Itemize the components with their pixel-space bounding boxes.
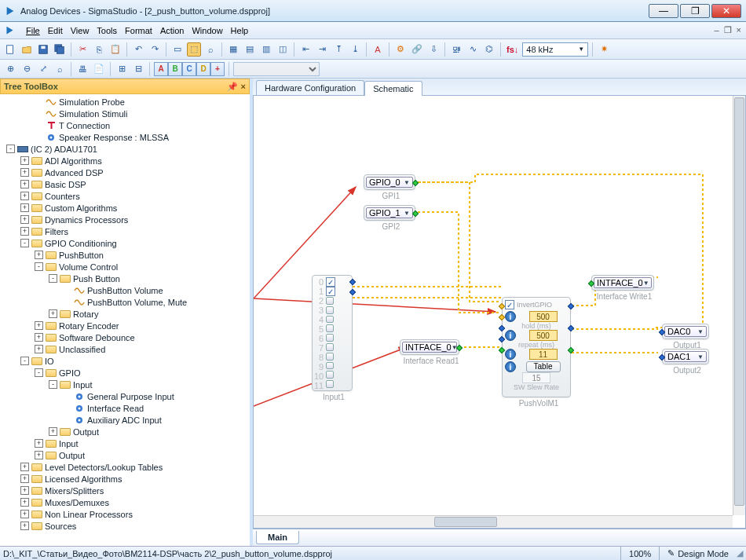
tag-c-button[interactable]: C (182, 62, 196, 76)
tree-node[interactable]: +Custom Algorithms (0, 202, 250, 214)
block-output2[interactable]: DAC1▼ Output2 (662, 349, 709, 364)
expand-toggle[interactable]: - (6, 145, 15, 153)
menu-item-view[interactable]: View (71, 26, 90, 35)
tree-node[interactable]: -Volume Control (0, 261, 250, 273)
expand-toggle[interactable]: + (20, 180, 29, 188)
pin-icon[interactable]: 📌 (227, 82, 238, 92)
hold-info-button[interactable]: i (505, 311, 516, 322)
tree-node[interactable]: +Unclassified (0, 343, 250, 355)
tag-a-button[interactable]: A (154, 62, 168, 76)
mdi-minimize-icon[interactable]: – (714, 25, 719, 35)
expand-toggle[interactable]: + (20, 156, 29, 165)
maximize-button[interactable]: ❐ (680, 4, 710, 18)
expand-toggle[interactable]: + (49, 309, 57, 318)
expand-toggle[interactable]: - (20, 357, 29, 365)
tab-hardware-config[interactable]: Hardware Configuration (256, 80, 364, 95)
menu-item-action[interactable]: Action (160, 26, 185, 35)
hold-value[interactable]: 500 (529, 311, 558, 322)
tree-node[interactable]: +Mixers/Splitters (0, 485, 250, 496)
expand-toggle[interactable]: + (49, 427, 57, 436)
tree-node[interactable]: Speaker Response : MLSSA (0, 131, 250, 143)
zoom-tool[interactable]: ⌕ (203, 42, 218, 57)
tree-node[interactable]: +PushButton (0, 249, 250, 261)
block-output1[interactable]: DAC0▼ Output1 (662, 324, 709, 339)
font-color-button[interactable]: A (371, 42, 385, 57)
tree-node[interactable]: +Counters (0, 190, 250, 202)
align-right-button[interactable]: ⇥ (315, 42, 329, 57)
input-switch-6[interactable] (326, 334, 334, 342)
tree-node[interactable]: +Basic DSP (0, 178, 250, 190)
tree-node[interactable]: Simulation Stimuli (0, 108, 250, 119)
expand-toggle[interactable]: + (35, 321, 43, 330)
input-switch-10[interactable] (326, 371, 334, 379)
tree-node[interactable]: +Licensed Algorithms (0, 473, 250, 485)
menu-item-file[interactable]: File (26, 26, 40, 35)
block-interface-read[interactable]: INTFACE_0▼ Interface Read1 (400, 339, 459, 355)
tree-node[interactable]: -Push Button (0, 273, 250, 284)
layout-4-button[interactable]: ◫ (276, 42, 290, 57)
expand-toggle[interactable]: + (35, 251, 43, 259)
minimize-button[interactable]: — (649, 4, 678, 18)
select-tool[interactable]: ▭ (170, 42, 185, 57)
zoom-in-button[interactable]: ⊕ (3, 62, 17, 76)
hardware-button[interactable]: 🖳 (449, 42, 463, 57)
mdi-restore-icon[interactable]: ❐ (724, 25, 732, 35)
align-bottom-button[interactable]: ⤓ (348, 42, 362, 57)
tree-node[interactable]: +Rotary (0, 308, 250, 320)
tree-node[interactable]: Interface Read (0, 402, 250, 414)
save-button[interactable] (36, 42, 50, 57)
block-gpi1[interactable]: GPIO_0▼ GPI1 (364, 174, 415, 190)
align-top-button[interactable]: ⤒ (331, 42, 346, 57)
pan-tool[interactable]: ⬚ (187, 42, 201, 57)
tree-node[interactable]: +Rotary Encoder (0, 320, 250, 331)
input-switch-5[interactable] (326, 324, 334, 332)
snap-button[interactable]: ⊟ (131, 62, 145, 76)
menu-item-edit[interactable]: Edit (48, 26, 63, 35)
menu-item-tools[interactable]: Tools (97, 26, 117, 35)
menu-item-help[interactable]: Help (231, 26, 249, 35)
print-button[interactable]: 🖶 (75, 62, 90, 76)
input-switch-9[interactable] (326, 362, 334, 370)
expand-toggle[interactable]: + (20, 168, 29, 177)
repeat-info-button[interactable]: i (505, 330, 516, 341)
block-ifwrite[interactable]: INTFACE_0▼ Interface Write1 (591, 275, 654, 291)
expand-toggle[interactable]: + (20, 522, 29, 530)
expand-toggle[interactable]: + (20, 215, 29, 224)
undo-button[interactable]: ↶ (131, 42, 145, 57)
tree-node[interactable]: -IO (0, 355, 250, 367)
tree-node[interactable]: +Sources (0, 520, 250, 532)
gpi2-dropdown[interactable]: GPIO_1▼ (366, 207, 413, 218)
input-switch-1[interactable] (326, 287, 335, 296)
expand-toggle[interactable]: + (35, 333, 43, 342)
steps-value[interactable]: 11 (529, 349, 558, 360)
tree-node[interactable]: +Output (0, 426, 250, 437)
tag-b-button[interactable]: B (168, 62, 182, 76)
tab-main[interactable]: Main (256, 531, 299, 544)
graph-button[interactable]: ∿ (466, 42, 480, 57)
block-input1[interactable]: 01234567891011 Input1 (312, 275, 353, 391)
compile-button[interactable]: ⚙ (393, 42, 408, 57)
input-switch-2[interactable] (326, 297, 334, 305)
expand-toggle[interactable]: - (49, 274, 57, 283)
input-switch-4[interactable] (326, 316, 334, 324)
copy-button[interactable]: ⎘ (92, 42, 106, 57)
input-switch-8[interactable] (326, 353, 334, 361)
expand-toggle[interactable]: - (35, 262, 43, 271)
close-panel-icon[interactable]: × (241, 82, 246, 92)
tree-node[interactable]: -(IC 2) ADAU1701 (0, 143, 250, 155)
invertgpio-checkbox[interactable] (505, 300, 514, 309)
tree-icon[interactable]: ⌬ (482, 42, 496, 57)
output2-dropdown[interactable]: DAC1▼ (664, 351, 707, 362)
gpi1-dropdown[interactable]: GPIO_0▼ (366, 177, 413, 188)
tree-node[interactable]: Auxiliary ADC Input (0, 414, 250, 426)
tree-node[interactable]: -GPIO (0, 367, 250, 379)
resize-grip-icon[interactable]: ◢ (732, 548, 743, 558)
expand-toggle[interactable]: + (35, 451, 43, 459)
close-button[interactable]: ✕ (711, 4, 741, 18)
tree-node[interactable]: -Input (0, 379, 250, 390)
ifwrite-dropdown[interactable]: INTFACE_0▼ (594, 277, 652, 288)
tree-node[interactable]: +Non Linear Processors (0, 508, 250, 520)
tree-node[interactable]: T Connection (0, 119, 250, 131)
canvas-hscroll[interactable] (254, 515, 733, 528)
table-info-button[interactable]: i (505, 361, 516, 372)
